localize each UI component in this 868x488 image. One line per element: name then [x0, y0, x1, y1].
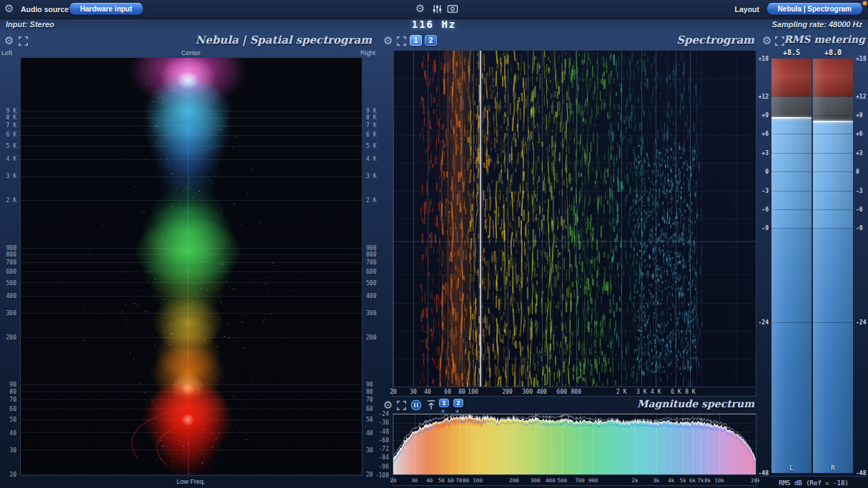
rms-scale-label: -24 — [856, 319, 866, 326]
meter-gridline — [771, 191, 812, 191]
hardware-input-button[interactable]: Hardware input — [69, 3, 144, 15]
sampling-rate: Sampling rate: 48000 Hz — [771, 20, 862, 29]
freq-tick-label: 60 — [444, 389, 451, 395]
spatial-plot[interactable] — [20, 57, 363, 476]
meter-segment — [771, 118, 812, 228]
magnitude-settings-gear-icon[interactable]: ⚙ — [383, 399, 393, 410]
layout-selector-button[interactable]: Nebula | Spectrogram — [766, 3, 863, 15]
freq-tick-label: 30 — [9, 447, 16, 454]
freq-tick-label: 6 K — [671, 389, 681, 395]
rms-scale-label: -24 — [759, 319, 769, 326]
meter-gridline — [771, 96, 812, 97]
freq-tick-label: 20 — [390, 477, 396, 484]
freq-tick-label: 600 — [366, 269, 376, 275]
spectrogram-view-1-button[interactable]: 1 — [410, 35, 422, 46]
screenshot-icon[interactable] — [447, 4, 458, 14]
rms-metering-panel: ⚙ ↻ RMS metering +8.5 +8.0 +18+12+9+6+30… — [759, 31, 868, 488]
pause-button[interactable] — [410, 399, 422, 411]
settings-gear-icon[interactable]: ⚙ — [4, 3, 14, 14]
freq-tick-label: 7 K — [6, 122, 16, 129]
freq-tick-label: 30 — [366, 447, 373, 454]
spatial-settings-gear-icon[interactable]: ⚙ — [4, 35, 14, 46]
freq-tick-label: 30 — [410, 389, 417, 395]
meter-gridline — [771, 228, 812, 229]
freq-tick-label: 90 — [366, 382, 373, 388]
freq-tick-label: 5 K — [6, 142, 16, 149]
freq-tick-label: 200 — [502, 389, 512, 395]
frequency-readout: 116 Hz — [412, 19, 457, 30]
freq-tick-label: 800 — [571, 389, 581, 395]
freq-tick-label: 4 K — [6, 156, 16, 162]
meter-gridline — [813, 209, 853, 210]
freq-tick-label: 700 — [366, 259, 376, 266]
meter-gridline — [771, 209, 812, 210]
rms-scale-label: -3 — [856, 187, 863, 194]
magnitude-fullscreen-icon[interactable] — [397, 401, 406, 410]
meter-gridline — [813, 96, 853, 97]
freq-tick-label: 400 — [366, 293, 376, 299]
freq-tick-label: 400 — [6, 293, 16, 299]
db-tick-label: -108 — [375, 472, 389, 479]
meter-gridline — [771, 171, 812, 172]
freq-tick-label: 4k — [668, 477, 674, 484]
rms-scale-label: -6 — [856, 206, 863, 212]
rms-scale-label: -9 — [856, 225, 863, 231]
layout-label: Layout — [735, 5, 759, 14]
rms-settings-gear-icon[interactable]: ⚙ — [762, 35, 771, 46]
magnitude-view-2-button[interactable]: 2 — [453, 399, 463, 407]
meter-segment — [813, 228, 853, 473]
meter-gridline — [813, 171, 853, 172]
view-settings-gear-icon[interactable]: ⚙ — [415, 3, 425, 14]
axis-center-label: Center — [181, 49, 200, 56]
magnitude-view-1-button[interactable]: 1 — [439, 399, 449, 407]
freq-tick-label: 300 — [366, 310, 376, 317]
freq-tick-label: 60 — [9, 406, 16, 412]
freq-tick-label: 200 — [509, 477, 519, 484]
freq-tick-label: 50 — [438, 477, 445, 484]
peak-reset-arrow-to-top-icon[interactable] — [426, 399, 436, 410]
magnitude-plot[interactable] — [393, 414, 756, 475]
magnitude-freq-axis: 203040506070801002003004005007009002k3k4… — [393, 476, 756, 486]
freq-tick-label: 3k — [653, 477, 659, 484]
spectrogram-settings-gear-icon[interactable]: ⚙ — [383, 35, 393, 46]
freq-tick-label: 6 K — [366, 131, 376, 138]
spatial-fullscreen-icon[interactable] — [19, 36, 28, 46]
freq-tick-label: 800 — [366, 252, 376, 258]
freq-tick-label: 300 — [6, 310, 16, 317]
rms-scale-label: +9 — [761, 112, 769, 119]
magnitude-spectrum-canvas[interactable] — [393, 414, 756, 474]
freq-tick-label: 90 — [9, 382, 16, 388]
rms-scale-label: +6 — [856, 131, 863, 137]
rms-value-right: +8.0 — [813, 49, 853, 56]
freq-tick-label: 70 — [366, 397, 373, 403]
db-tick-label: -24 — [379, 411, 389, 417]
rms-scale-label: +12 — [759, 93, 769, 99]
sliders-icon[interactable] — [432, 4, 443, 14]
freq-tick-label: 4 K — [651, 389, 661, 395]
spectrogram-plot[interactable] — [393, 50, 756, 387]
rms-scale-left: +18+12+9+6+30-3-6-9-24-48 — [759, 59, 770, 473]
freq-tick-label: 5k — [680, 477, 686, 484]
freq-tick-label: 20 — [366, 471, 373, 477]
freq-tick-label: 900 — [588, 477, 598, 484]
channel-label-right: R — [813, 464, 853, 472]
freq-tick-label: 80 — [9, 389, 16, 395]
meter-gridline — [813, 153, 853, 154]
spectrogram-canvas[interactable] — [393, 51, 756, 387]
axis-right-label: Right — [360, 49, 375, 56]
freq-tick-label: 600 — [6, 269, 16, 275]
axis-left-label: Left — [1, 49, 12, 56]
freq-tick-label: 9 K — [6, 107, 16, 114]
spectrogram-fullscreen-icon[interactable] — [397, 36, 406, 46]
meter-value-line — [771, 117, 812, 119]
magnitude-db-axis: -24-36-48-60-72-84-96-108 — [379, 414, 391, 475]
freq-tick-label: 8 K — [685, 389, 695, 395]
rms-scale-label: -9 — [761, 225, 769, 231]
spatial-spectrogram-canvas[interactable] — [21, 58, 362, 475]
freq-tick-label: 900 — [6, 244, 16, 251]
spectrogram-view-2-button[interactable]: 2 — [425, 35, 437, 46]
freq-tick-label: 50 — [9, 417, 16, 423]
notification-dot — [863, 1, 867, 5]
freq-tick-label: 6 K — [6, 131, 16, 138]
rms-scale-label: +9 — [856, 112, 863, 119]
